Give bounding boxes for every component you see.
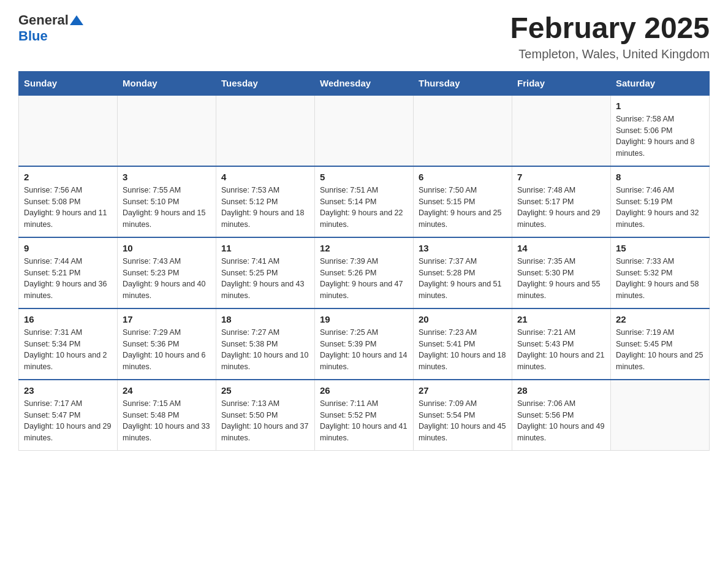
- day-info: Sunrise: 7:46 AMSunset: 5:19 PMDaylight:…: [616, 185, 704, 231]
- day-number: 23: [24, 385, 112, 396]
- day-of-week-header: Friday: [512, 71, 611, 95]
- calendar-day-cell: [118, 95, 216, 166]
- day-info: Sunrise: 7:41 AMSunset: 5:25 PMDaylight:…: [221, 256, 309, 302]
- day-of-week-header: Monday: [118, 71, 216, 95]
- calendar-day-cell: 15Sunrise: 7:33 AMSunset: 5:32 PMDayligh…: [611, 237, 710, 308]
- calendar-week-row: 9Sunrise: 7:44 AMSunset: 5:21 PMDaylight…: [19, 237, 710, 308]
- calendar-day-cell: 4Sunrise: 7:53 AMSunset: 5:12 PMDaylight…: [216, 166, 315, 237]
- day-number: 28: [517, 385, 605, 396]
- day-info: Sunrise: 7:35 AMSunset: 5:30 PMDaylight:…: [517, 256, 605, 302]
- day-of-week-header: Wednesday: [315, 71, 414, 95]
- calendar-day-cell: 27Sunrise: 7:09 AMSunset: 5:54 PMDayligh…: [414, 380, 512, 451]
- day-number: 8: [616, 172, 704, 182]
- calendar-day-cell: 28Sunrise: 7:06 AMSunset: 5:56 PMDayligh…: [512, 380, 611, 451]
- day-info: Sunrise: 7:06 AMSunset: 5:56 PMDaylight:…: [517, 398, 605, 444]
- day-info: Sunrise: 7:58 AMSunset: 5:06 PMDaylight:…: [616, 113, 704, 159]
- calendar-day-cell: 10Sunrise: 7:43 AMSunset: 5:23 PMDayligh…: [118, 237, 216, 308]
- day-of-week-header: Thursday: [414, 71, 512, 95]
- day-info: Sunrise: 7:53 AMSunset: 5:12 PMDaylight:…: [221, 185, 309, 231]
- calendar-day-cell: 12Sunrise: 7:39 AMSunset: 5:26 PMDayligh…: [315, 237, 414, 308]
- day-number: 15: [616, 243, 704, 253]
- calendar-day-cell: 14Sunrise: 7:35 AMSunset: 5:30 PMDayligh…: [512, 237, 611, 308]
- day-info: Sunrise: 7:25 AMSunset: 5:39 PMDaylight:…: [320, 327, 408, 373]
- day-info: Sunrise: 7:21 AMSunset: 5:43 PMDaylight:…: [517, 327, 605, 373]
- day-number: 16: [24, 314, 112, 324]
- day-number: 4: [221, 172, 309, 182]
- day-number: 2: [24, 172, 112, 182]
- calendar-day-cell: 2Sunrise: 7:56 AMSunset: 5:08 PMDaylight…: [19, 166, 118, 237]
- day-info: Sunrise: 7:31 AMSunset: 5:34 PMDaylight:…: [24, 327, 112, 373]
- day-info: Sunrise: 7:19 AMSunset: 5:45 PMDaylight:…: [616, 327, 704, 373]
- day-info: Sunrise: 7:56 AMSunset: 5:08 PMDaylight:…: [24, 185, 112, 231]
- calendar-day-cell: 22Sunrise: 7:19 AMSunset: 5:45 PMDayligh…: [611, 308, 710, 380]
- day-number: 21: [517, 314, 605, 324]
- day-number: 10: [123, 243, 211, 253]
- day-info: Sunrise: 7:43 AMSunset: 5:23 PMDaylight:…: [123, 256, 211, 302]
- day-info: Sunrise: 7:39 AMSunset: 5:26 PMDaylight:…: [320, 256, 408, 302]
- day-number: 17: [123, 314, 211, 324]
- calendar-day-cell: 26Sunrise: 7:11 AMSunset: 5:52 PMDayligh…: [315, 380, 414, 451]
- day-number: 9: [24, 243, 112, 253]
- calendar-day-cell: [315, 95, 414, 166]
- day-number: 6: [419, 172, 507, 182]
- day-number: 12: [320, 243, 408, 253]
- calendar-day-cell: 20Sunrise: 7:23 AMSunset: 5:41 PMDayligh…: [414, 308, 512, 380]
- day-number: 26: [320, 385, 408, 396]
- day-info: Sunrise: 7:55 AMSunset: 5:10 PMDaylight:…: [123, 185, 211, 231]
- calendar-day-cell: 18Sunrise: 7:27 AMSunset: 5:38 PMDayligh…: [216, 308, 315, 380]
- day-number: 27: [419, 385, 507, 396]
- calendar-day-cell: 25Sunrise: 7:13 AMSunset: 5:50 PMDayligh…: [216, 380, 315, 451]
- day-number: 13: [419, 243, 507, 253]
- calendar-day-cell: 5Sunrise: 7:51 AMSunset: 5:14 PMDaylight…: [315, 166, 414, 237]
- day-info: Sunrise: 7:17 AMSunset: 5:47 PMDaylight:…: [24, 398, 112, 444]
- day-number: 1: [616, 101, 704, 111]
- day-info: Sunrise: 7:48 AMSunset: 5:17 PMDaylight:…: [517, 185, 605, 231]
- calendar-day-cell: [611, 380, 710, 451]
- day-number: 18: [221, 314, 309, 324]
- calendar-week-row: 1Sunrise: 7:58 AMSunset: 5:06 PMDaylight…: [19, 95, 710, 166]
- location-title: Templeton, Wales, United Kingdom: [510, 47, 710, 61]
- page-header: General Blue February 2025 Templeton, Wa…: [18, 12, 710, 61]
- calendar-day-cell: 13Sunrise: 7:37 AMSunset: 5:28 PMDayligh…: [414, 237, 512, 308]
- calendar-day-cell: 16Sunrise: 7:31 AMSunset: 5:34 PMDayligh…: [19, 308, 118, 380]
- day-of-week-header: Saturday: [611, 71, 710, 95]
- calendar-day-cell: 8Sunrise: 7:46 AMSunset: 5:19 PMDaylight…: [611, 166, 710, 237]
- logo-blue-text: Blue: [18, 28, 48, 44]
- day-number: 25: [221, 385, 309, 396]
- day-number: 14: [517, 243, 605, 253]
- day-info: Sunrise: 7:23 AMSunset: 5:41 PMDaylight:…: [419, 327, 507, 373]
- calendar-day-cell: [216, 95, 315, 166]
- day-info: Sunrise: 7:29 AMSunset: 5:36 PMDaylight:…: [123, 327, 211, 373]
- calendar-day-cell: [19, 95, 118, 166]
- calendar-body: 1Sunrise: 7:58 AMSunset: 5:06 PMDaylight…: [19, 95, 710, 451]
- calendar-day-cell: [414, 95, 512, 166]
- day-info: Sunrise: 7:51 AMSunset: 5:14 PMDaylight:…: [320, 185, 408, 231]
- logo: General Blue: [18, 12, 83, 44]
- calendar-day-cell: 17Sunrise: 7:29 AMSunset: 5:36 PMDayligh…: [118, 308, 216, 380]
- day-of-week-header: Sunday: [19, 71, 118, 95]
- day-of-week-header: Tuesday: [216, 71, 315, 95]
- day-number: 22: [616, 314, 704, 324]
- day-number: 20: [419, 314, 507, 324]
- calendar-day-cell: 6Sunrise: 7:50 AMSunset: 5:15 PMDaylight…: [414, 166, 512, 237]
- title-block: February 2025 Templeton, Wales, United K…: [510, 12, 710, 61]
- day-number: 5: [320, 172, 408, 182]
- calendar-day-cell: 24Sunrise: 7:15 AMSunset: 5:48 PMDayligh…: [118, 380, 216, 451]
- day-number: 11: [221, 243, 309, 253]
- day-number: 3: [123, 172, 211, 182]
- calendar-header: SundayMondayTuesdayWednesdayThursdayFrid…: [19, 71, 710, 95]
- calendar-day-cell: 9Sunrise: 7:44 AMSunset: 5:21 PMDaylight…: [19, 237, 118, 308]
- day-info: Sunrise: 7:27 AMSunset: 5:38 PMDaylight:…: [221, 327, 309, 373]
- calendar-day-cell: 19Sunrise: 7:25 AMSunset: 5:39 PMDayligh…: [315, 308, 414, 380]
- day-info: Sunrise: 7:44 AMSunset: 5:21 PMDaylight:…: [24, 256, 112, 302]
- calendar-day-cell: 1Sunrise: 7:58 AMSunset: 5:06 PMDaylight…: [611, 95, 710, 166]
- calendar-week-row: 16Sunrise: 7:31 AMSunset: 5:34 PMDayligh…: [19, 308, 710, 380]
- calendar-day-cell: [512, 95, 611, 166]
- day-info: Sunrise: 7:13 AMSunset: 5:50 PMDaylight:…: [221, 398, 309, 444]
- day-header-row: SundayMondayTuesdayWednesdayThursdayFrid…: [19, 71, 710, 95]
- month-title: February 2025: [510, 12, 710, 45]
- day-info: Sunrise: 7:37 AMSunset: 5:28 PMDaylight:…: [419, 256, 507, 302]
- day-info: Sunrise: 7:15 AMSunset: 5:48 PMDaylight:…: [123, 398, 211, 444]
- calendar-day-cell: 3Sunrise: 7:55 AMSunset: 5:10 PMDaylight…: [118, 166, 216, 237]
- svg-marker-0: [70, 15, 83, 25]
